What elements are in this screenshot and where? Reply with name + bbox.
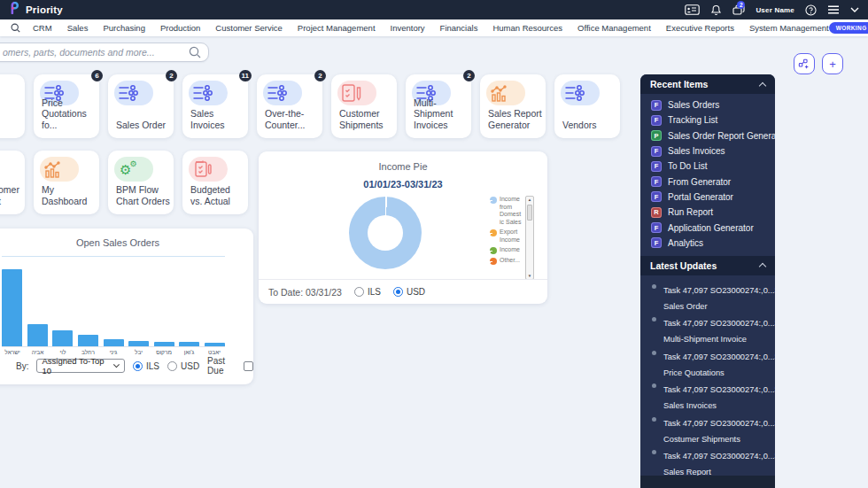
nav-item-production[interactable]: Production — [160, 23, 200, 33]
recent-item-from-generator[interactable]: F From Generator — [640, 174, 775, 189]
add-widget-button[interactable] — [794, 53, 815, 74]
scrollbar-thumb[interactable] — [527, 205, 532, 221]
nav-item-purchasing[interactable]: Purchasing — [103, 23, 145, 33]
recent-item-sales-order-report-generator[interactable]: P Sales Order Report Generator — [640, 128, 775, 143]
bar[interactable] — [154, 342, 174, 346]
chat-icon[interactable]: 2 — [732, 4, 745, 16]
latest-updates-header[interactable]: Latest Updates — [640, 256, 775, 275]
nav-item-sales[interactable]: Sales — [67, 23, 89, 33]
recent-item-to-do-list[interactable]: F To Do List — [640, 159, 775, 174]
tile-bpm-flow-chart-orders[interactable]: ⚙ ⚙ BPM Flow Chart Orders — [108, 151, 174, 214]
tile-budgeted-vs-actual[interactable]: Budgeted vs. Actual — [182, 151, 248, 214]
past-due-control[interactable]: Past Due — [207, 356, 253, 376]
bar[interactable] — [104, 339, 124, 346]
recent-item-sales-orders[interactable]: F Sales Orders — [640, 97, 775, 112]
scroll-up-icon[interactable]: ▲ — [526, 198, 533, 202]
update-item[interactable]: Task 47,097 SO23000274:,0...3Sales Invoi… — [640, 380, 775, 413]
nav-item-system-management[interactable]: System Management — [749, 23, 829, 33]
recent-items-header[interactable]: Recent Items — [640, 74, 775, 94]
help-icon[interactable] — [805, 4, 817, 16]
income-radio-usd[interactable]: USD — [393, 287, 425, 297]
tile-my-dashboard[interactable]: My Dashboard — [34, 151, 99, 214]
tile-label: Multi-Shipment Invoices — [414, 97, 468, 131]
legend-scrollbar[interactable]: ▲ ▼ — [525, 196, 534, 280]
income-donut-chart[interactable] — [349, 197, 422, 269]
nav-item-crm[interactable]: CRM — [33, 23, 52, 33]
update-item[interactable]: Task 47,097 SO23000274:,0...3Multi-Shipm… — [640, 314, 775, 346]
pie-swatch-icon — [490, 229, 497, 236]
by-label: By: — [16, 361, 28, 371]
priority-logo[interactable]: Priority — [9, 2, 63, 18]
tile-customer-shipments[interactable]: Customer Shipments — [331, 74, 397, 138]
tile-multi-shipment-invoices[interactable]: 2 Multi-Shipment Invoices — [406, 74, 471, 138]
update-item[interactable]: Task 47,097 SO23000274:,0...3Sales Order — [640, 281, 775, 314]
list-icon — [189, 81, 228, 105]
nav-item-office-management[interactable]: Office Management — [577, 23, 651, 33]
nav-item-executive-reports[interactable]: Executive Reports — [666, 23, 734, 33]
sales-radio-usd[interactable]: USD — [167, 361, 199, 371]
legend-item[interactable]: Other... — [490, 257, 522, 265]
income-pie-title: Income Pie — [259, 161, 547, 172]
assigned-to-dropdown[interactable]: Assigned To-Top 10 — [36, 359, 125, 373]
legend-item[interactable]: Export Income — [490, 229, 522, 244]
bell-icon[interactable] — [710, 4, 722, 16]
add-button[interactable]: + — [822, 53, 843, 74]
sales-radio-ils[interactable]: ILS — [133, 361, 159, 371]
nav-item-human-resources[interactable]: Human Resources — [492, 23, 562, 33]
bar[interactable] — [128, 341, 149, 346]
tile-sales-report-generator[interactable]: Sales Report Generator — [480, 74, 546, 138]
income-radio-ils[interactable]: ILS — [354, 287, 381, 297]
nav-item-financials[interactable]: Financials — [440, 23, 478, 33]
report-badge-icon: R — [651, 207, 662, 218]
bar[interactable] — [27, 324, 48, 346]
bar[interactable] — [205, 343, 225, 346]
bullet-icon — [652, 284, 656, 289]
bar[interactable] — [179, 342, 199, 346]
recent-item-application-generator[interactable]: F Application Generator — [640, 220, 775, 235]
nav-item-inventory[interactable]: Inventory — [391, 23, 425, 33]
recent-item-portal-generator[interactable]: F Portal Generator — [640, 190, 775, 205]
sales-bar-chart[interactable] — [2, 256, 225, 347]
update-item[interactable]: Task 47,097 SO23000274:,0...3Costumer Sh… — [640, 414, 775, 446]
tile-label: Vendors — [562, 120, 616, 131]
tile-sales-invoices[interactable]: 11 Sales Invoices — [182, 74, 248, 138]
working-company-button[interactable]: WORKING COMPANY — [829, 22, 868, 34]
latest-updates-list: Task 47,097 SO23000274:,0...3Sales Order… — [640, 275, 775, 488]
nav-item-customer-service[interactable]: Customer Service — [215, 23, 283, 33]
form-badge-icon: F — [651, 176, 662, 187]
tile-label: Customer Shipments — [339, 108, 393, 130]
tile-partial-left-2[interactable]: omer t — [0, 151, 25, 214]
nav-search-icon[interactable] — [11, 20, 20, 36]
bar[interactable] — [52, 330, 73, 346]
radio-usd-circle[interactable] — [167, 361, 177, 371]
tile-price-quotations[interactable]: 6 Price Quotations fo... — [34, 74, 99, 138]
bar[interactable] — [2, 269, 22, 346]
tile-partial-left[interactable] — [0, 74, 25, 138]
legend-item[interactable]: Income from Domestic Sales — [490, 196, 522, 226]
user-name[interactable]: User Name — [756, 6, 794, 14]
scroll-down-icon[interactable]: ▼ — [526, 274, 533, 278]
tile-vendors[interactable]: Vendors — [554, 74, 620, 138]
search-input[interactable] — [0, 43, 209, 62]
update-item[interactable]: Task 47,097 SO23000274:,0...3Price Quota… — [640, 347, 775, 380]
tile-sales-order[interactable]: 2 Sales Order — [108, 74, 174, 138]
chevron-down-icon[interactable] — [850, 7, 859, 12]
nav-item-project-management[interactable]: Project Management — [298, 23, 376, 33]
recent-item-analytics[interactable]: F Analytics — [640, 236, 775, 251]
radio-ils-circle[interactable] — [354, 287, 364, 297]
radio-usd-circle[interactable] — [393, 287, 403, 297]
search-icon[interactable] — [189, 46, 201, 62]
tile-label: Over-the-Counter... — [265, 108, 319, 130]
recent-item-tracking-list[interactable]: F Tracking List — [640, 112, 775, 128]
past-due-checkbox[interactable] — [244, 361, 253, 371]
bar[interactable] — [78, 335, 98, 346]
legend-item[interactable]: Income — [490, 246, 522, 254]
recent-item-sales-invoices[interactable]: F Sales Invoices — [640, 143, 775, 159]
menu-icon[interactable] — [827, 5, 840, 14]
tile-label: BPM Flow Chart Orders — [116, 184, 170, 206]
card-icon[interactable] — [685, 4, 700, 15]
update-item[interactable]: Task 47,097 SO23000274:,0...3Sales Repor… — [640, 446, 775, 479]
recent-item-run-report[interactable]: R Run Report — [640, 205, 775, 220]
radio-ils-circle[interactable] — [133, 361, 143, 371]
tile-over-the-counter[interactable]: 2 Over-the-Counter... — [257, 74, 322, 138]
